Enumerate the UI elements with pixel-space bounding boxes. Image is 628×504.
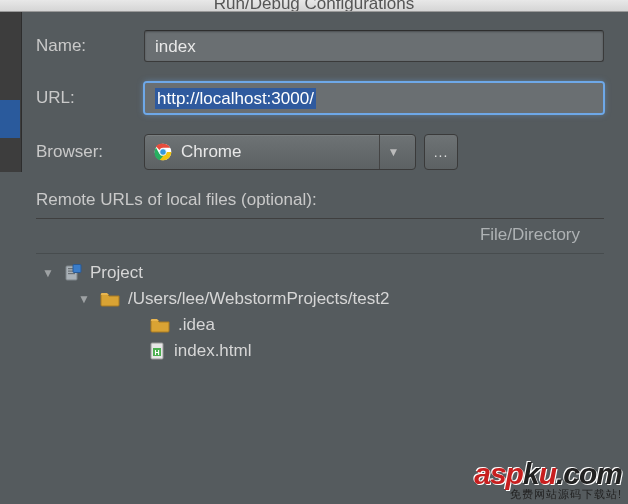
browser-label: Browser: [36,142,144,162]
name-input[interactable]: index [144,30,604,62]
tree-node-project[interactable]: ▼ Project [42,260,604,286]
chevron-down-icon[interactable]: ▼ [379,135,407,169]
folder-icon [150,317,170,333]
tree-node-path[interactable]: ▼ /Users/lee/WebstormProjects/test2 [42,286,604,312]
disclosure-triangle-icon[interactable]: ▼ [78,292,92,306]
svg-rect-7 [73,265,81,273]
watermark: aspku.com 免费网站源码下载站! [474,457,622,502]
tree-node-index[interactable]: ▼ H index.html [42,338,604,364]
name-row: Name: index [36,30,604,62]
ellipsis-icon: ... [434,144,449,160]
left-sidebar-gutter [0,12,22,172]
browser-select-value: Chrome [181,142,241,162]
window-title-bar: Run/Debug Configurations [0,0,628,12]
window-title: Run/Debug Configurations [214,0,414,12]
browser-more-button[interactable]: ... [424,134,458,170]
svg-rect-6 [68,273,75,274]
disclosure-triangle-icon[interactable]: ▼ [42,266,56,280]
file-directory-column-header: File/Directory [36,221,604,254]
tree-node-idea[interactable]: ▼ .idea [42,312,604,338]
chrome-icon [153,142,173,162]
watermark-logo: aspku.com [474,457,622,491]
file-tree: ▼ Project ▼ /Users/lee/WebstormProjects/… [36,254,604,364]
url-input[interactable]: http://localhost:3000/ [144,82,604,114]
browser-row: Browser: Chrome ▼ ... [36,134,604,170]
file-tree-panel: File/Directory ▼ Project ▼ /Users/lee/We… [36,218,604,364]
tree-label-idea: .idea [178,315,215,335]
tree-label-project: Project [90,263,143,283]
browser-select[interactable]: Chrome ▼ [144,134,416,170]
svg-text:H: H [154,349,159,356]
folder-icon [100,291,120,307]
remote-urls-title: Remote URLs of local files (optional): [36,190,604,210]
html-file-icon: H [150,342,166,360]
tree-label-path: /Users/lee/WebstormProjects/test2 [128,289,389,309]
url-row: URL: http://localhost:3000/ [36,82,604,114]
sidebar-selection [0,100,20,138]
name-label: Name: [36,36,144,56]
tree-label-index: index.html [174,341,251,361]
project-icon [64,264,82,282]
url-input-value: http://localhost:3000/ [155,88,316,109]
name-input-value: index [155,37,196,56]
url-label: URL: [36,88,144,108]
